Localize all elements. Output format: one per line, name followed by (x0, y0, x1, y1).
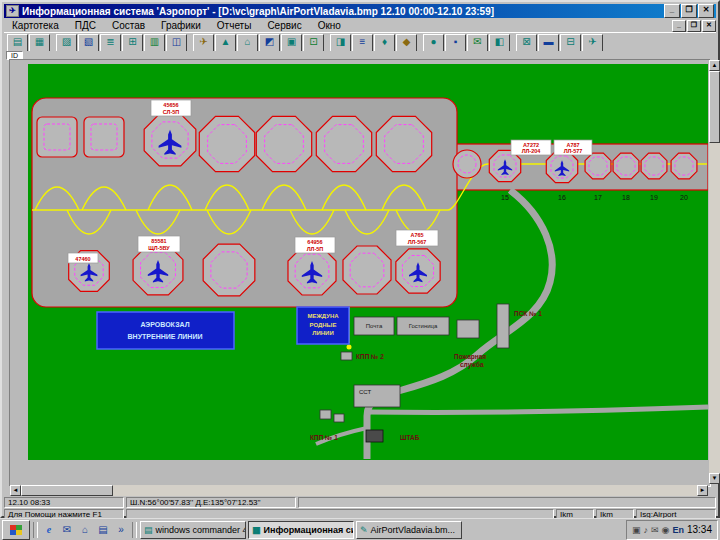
toolbar-button-20[interactable]: ▪ (445, 34, 466, 52)
toolbar-button-14[interactable]: ⊡ (303, 34, 324, 52)
toolbar-button-25[interactable]: ⊟ (560, 34, 581, 52)
menu-item-kartoteka[interactable]: Картотека (4, 20, 67, 31)
sst-building[interactable]: ССТ (354, 385, 400, 407)
language-indicator[interactable]: En (672, 525, 684, 535)
tray-icon-4[interactable]: ◉ (662, 525, 670, 535)
toolbar-button-5[interactable]: ≣ (100, 34, 121, 52)
tray-icon-1[interactable]: ▣ (632, 525, 641, 535)
airport-map[interactable]: 45656 СЛ-5П 47460 85581 ЩЛ-5ВУ 64956 ЛЛ-… (10, 60, 708, 484)
small-building[interactable] (334, 414, 344, 422)
toolbar-button-21[interactable]: ✉ (467, 34, 488, 52)
menu-item-pds[interactable]: ПДС (67, 20, 104, 31)
toolbar-button-12[interactable]: ◩ (259, 34, 280, 52)
clock[interactable]: 13:34 (687, 524, 712, 535)
windows-logo-icon (10, 525, 22, 535)
internet-explorer-icon[interactable]: e (41, 522, 57, 538)
parking-stand[interactable] (199, 116, 254, 171)
horizontal-scrollbar[interactable]: ◄ ► (10, 485, 708, 496)
stand-number: 16 (558, 194, 566, 201)
svg-text:МЕЖДУНА: МЕЖДУНА (307, 313, 339, 319)
parking-stand[interactable] (316, 116, 371, 171)
tray-icon-3[interactable]: ✉ (651, 525, 659, 535)
toolbar-button-1[interactable]: ▤ (7, 34, 28, 52)
close-button[interactable]: ✕ (698, 4, 714, 18)
parking-stand[interactable] (453, 150, 481, 178)
toolbar-button-16[interactable]: ≡ (352, 34, 373, 52)
scroll-up-button[interactable]: ▲ (709, 60, 720, 71)
service-building[interactable] (457, 320, 479, 338)
map-canvas[interactable]: 45656 СЛ-5П 47460 85581 ЩЛ-5ВУ 64956 ЛЛ-… (9, 59, 711, 487)
toolbar-button-19[interactable]: ● (423, 34, 444, 52)
toolbar-button-24[interactable]: ▬ (538, 34, 559, 52)
psk-building[interactable] (497, 304, 509, 348)
vertical-scrollbar[interactable]: ▲ ▼ (709, 60, 720, 484)
psk-label: ПСК № 1 (514, 310, 542, 317)
minimize-button[interactable]: _ (664, 4, 680, 18)
parking-stand[interactable] (613, 153, 639, 179)
aircraft-label: А7272 ЛЛ-204 (511, 140, 551, 155)
folder-icon[interactable]: ▤ (95, 522, 111, 538)
tray-icon-2[interactable]: ♪ (644, 525, 649, 535)
toolbar-button-2[interactable]: ▦ (29, 34, 50, 52)
svg-text:45656: 45656 (163, 102, 178, 108)
menu-item-okno[interactable]: Окно (310, 20, 349, 31)
quick-launch-overflow-chevron[interactable]: » (113, 522, 129, 538)
taskbar-button-commander[interactable]: ▤ windows commander 4... (140, 521, 246, 539)
svg-text:ЛЛ-204: ЛЛ-204 (522, 148, 542, 154)
parking-stand[interactable] (671, 153, 697, 179)
terminal-domestic[interactable]: АЭРОВОКЗАЛ ВНУТРЕННИЕ ЛИНИИ (97, 312, 234, 349)
parking-stand[interactable] (343, 246, 391, 294)
toolbar-button-7[interactable]: ▥ (144, 34, 165, 52)
hotel-building[interactable]: Гостиница (397, 317, 449, 335)
app-icon: ✎ (360, 525, 368, 535)
toolbar-button-17[interactable]: ♦ (374, 34, 395, 52)
horizontal-scroll-thumb[interactable] (21, 485, 113, 496)
checkpoint-building[interactable] (366, 430, 383, 442)
toolbar-button-4[interactable]: ▧ (78, 34, 99, 52)
svg-text:А787: А787 (566, 142, 579, 148)
show-desktop-icon[interactable]: ⌂ (77, 522, 93, 538)
mdi-restore-button[interactable]: ❐ (687, 20, 701, 32)
menu-item-grafiki[interactable]: Графики (153, 20, 209, 31)
mdi-close-button[interactable]: ✕ (702, 20, 716, 32)
toolbar-button-18[interactable]: ◆ (396, 34, 417, 52)
scroll-left-button[interactable]: ◄ (10, 485, 21, 496)
taskbar-button-infosystem[interactable]: ▦ Информационная сис... (248, 521, 354, 539)
svg-text:АЭРОВОКЗАЛ: АЭРОВОКЗАЛ (140, 321, 189, 328)
menu-item-sostav[interactable]: Состав (104, 20, 153, 31)
toolbar-button-3[interactable]: ▨ (56, 34, 77, 52)
menu-item-otchety[interactable]: Отчеты (209, 20, 260, 31)
maximize-button[interactable]: ❐ (681, 4, 697, 18)
parking-stand[interactable] (376, 116, 431, 171)
toolbar-button-8[interactable]: ◫ (166, 34, 187, 52)
small-building[interactable] (320, 410, 331, 419)
toolbar-button-6[interactable]: ⊞ (122, 34, 143, 52)
taskbar-divider (132, 522, 137, 538)
toolbar-button-10[interactable]: ▲ (215, 34, 236, 52)
parking-stand[interactable] (203, 244, 255, 296)
menu-item-servis[interactable]: Сервис (259, 20, 309, 31)
parking-stand[interactable] (641, 153, 667, 179)
start-button[interactable] (2, 520, 30, 540)
parking-stand[interactable] (256, 116, 311, 171)
stand-number: 18 (622, 194, 630, 201)
post-building[interactable]: Почта (354, 317, 394, 335)
terminal-international[interactable]: МЕЖДУНА РОДНЫЕ ЛИНИИ (297, 307, 349, 344)
mail-icon[interactable]: ✉ (59, 522, 75, 538)
toolbar-button-13[interactable]: ▣ (281, 34, 302, 52)
toolbar-button-11[interactable]: ⌂ (237, 34, 258, 52)
mdi-minimize-button[interactable]: _ (672, 20, 686, 32)
vertical-scroll-thumb[interactable] (709, 71, 720, 143)
toolbar-button-9[interactable]: ✈ (193, 34, 214, 52)
toolbar-button-26[interactable]: ✈ (582, 34, 603, 52)
toolbar-button-15[interactable]: ◨ (330, 34, 351, 52)
scroll-right-button[interactable]: ► (697, 485, 708, 496)
toolbar-button-22[interactable]: ◧ (489, 34, 510, 52)
parking-stand[interactable] (84, 117, 124, 157)
kpp2-building[interactable] (341, 352, 352, 360)
scroll-down-button[interactable]: ▼ (709, 473, 720, 484)
parking-stand[interactable] (585, 153, 611, 179)
parking-stand[interactable] (37, 117, 77, 157)
taskbar-button-paint[interactable]: ✎ AirPortVladavia.bm... (356, 521, 462, 539)
toolbar-button-23[interactable]: ⊠ (516, 34, 537, 52)
